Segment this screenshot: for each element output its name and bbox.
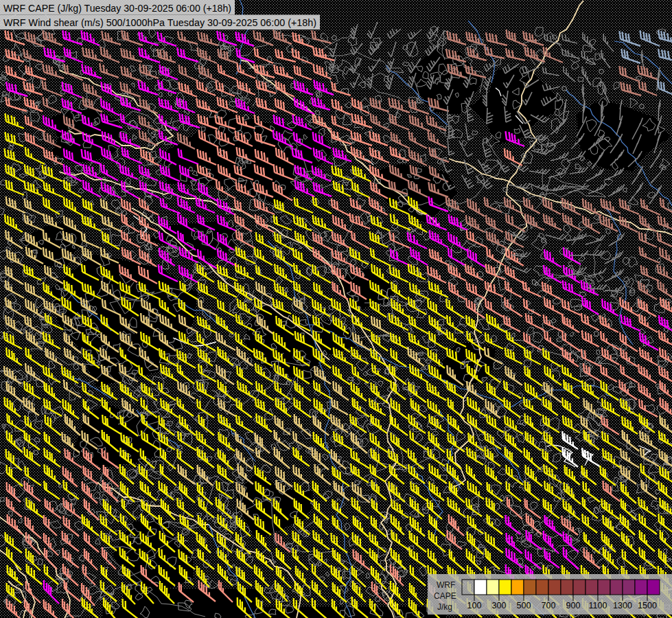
svg-text:500: 500 bbox=[517, 601, 531, 610]
svg-text:100: 100 bbox=[467, 601, 482, 610]
svg-text:J/kg: J/kg bbox=[437, 602, 452, 612]
svg-text:WRF CAPE (J/kg) Tuesday 30-09-: WRF CAPE (J/kg) Tuesday 30-09-2025 06:00… bbox=[3, 2, 231, 14]
svg-text:700: 700 bbox=[542, 601, 556, 610]
svg-text:1100: 1100 bbox=[589, 601, 607, 610]
svg-text:900: 900 bbox=[566, 601, 581, 610]
svg-text:WRF Wind shear (m/s) 500/1000h: WRF Wind shear (m/s) 500/1000hPa Tuesday… bbox=[3, 16, 316, 28]
svg-text:300: 300 bbox=[492, 601, 507, 610]
svg-text:1300: 1300 bbox=[613, 601, 632, 610]
svg-text:WRF: WRF bbox=[437, 580, 455, 590]
svg-text:CAPE: CAPE bbox=[434, 591, 456, 601]
svg-text:1500: 1500 bbox=[638, 601, 657, 610]
